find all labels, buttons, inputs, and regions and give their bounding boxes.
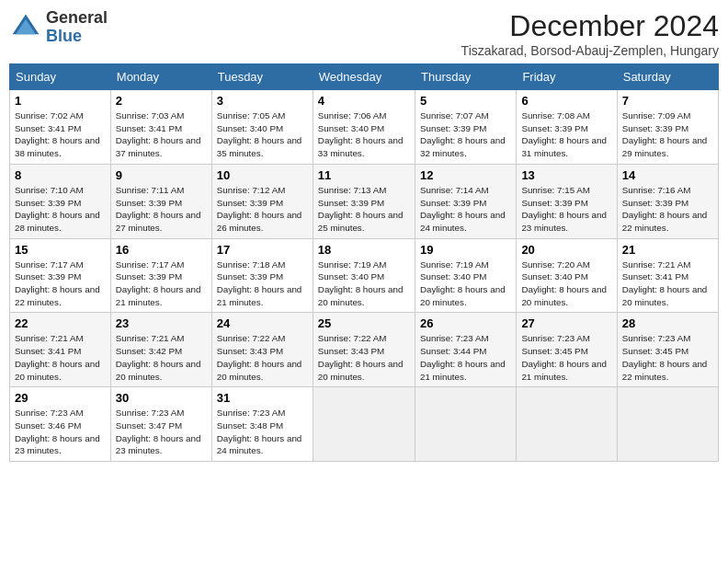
day-info: Sunrise: 7:06 AMSunset: 3:40 PMDaylight:… [318,109,410,160]
day-number: 14 [622,168,713,182]
calendar-cell: 15Sunrise: 7:17 AMSunset: 3:39 PMDayligh… [10,238,111,313]
day-info: Sunrise: 7:18 AMSunset: 3:39 PMDaylight:… [217,259,308,309]
week-row-2: 8Sunrise: 7:10 AMSunset: 3:39 PMDaylight… [10,164,719,238]
day-info: Sunrise: 7:17 AMSunset: 3:39 PMDaylight:… [116,259,207,309]
day-info: Sunrise: 7:21 AMSunset: 3:41 PMDaylight:… [15,332,106,383]
logo-icon [9,11,42,44]
day-info: Sunrise: 7:14 AMSunset: 3:39 PMDaylight:… [420,184,511,235]
day-number: 19 [420,243,511,257]
day-info: Sunrise: 7:15 AMSunset: 3:39 PMDaylight:… [521,184,611,235]
day-number: 10 [217,168,308,182]
weekday-header-wednesday: Wednesday [313,64,415,90]
day-number: 28 [622,316,713,330]
weekday-header-tuesday: Tuesday [211,64,313,90]
calendar-cell: 21Sunrise: 7:21 AMSunset: 3:41 PMDayligh… [617,238,718,313]
day-info: Sunrise: 7:19 AMSunset: 3:40 PMDaylight:… [318,259,410,309]
calendar-cell: 22Sunrise: 7:21 AMSunset: 3:41 PMDayligh… [10,313,111,387]
calendar-cell: 18Sunrise: 7:19 AMSunset: 3:40 PMDayligh… [313,238,415,313]
day-info: Sunrise: 7:22 AMSunset: 3:43 PMDaylight:… [217,332,308,383]
day-info: Sunrise: 7:12 AMSunset: 3:39 PMDaylight:… [217,184,308,235]
calendar-cell: 2Sunrise: 7:03 AMSunset: 3:41 PMDaylight… [110,90,211,165]
calendar-cell: 11Sunrise: 7:13 AMSunset: 3:39 PMDayligh… [313,164,415,238]
calendar-cell: 19Sunrise: 7:19 AMSunset: 3:40 PMDayligh… [415,238,517,313]
calendar-cell: 6Sunrise: 7:08 AMSunset: 3:39 PMDaylight… [517,90,617,165]
calendar-cell [617,387,718,462]
week-row-4: 22Sunrise: 7:21 AMSunset: 3:41 PMDayligh… [10,313,719,387]
title-section: December 2024 Tiszakarad, Borsod-Abauj-Z… [461,9,719,58]
calendar-cell: 5Sunrise: 7:07 AMSunset: 3:39 PMDaylight… [415,90,517,165]
calendar-cell: 27Sunrise: 7:23 AMSunset: 3:45 PMDayligh… [517,313,617,387]
day-number: 9 [116,168,207,182]
day-info: Sunrise: 7:05 AMSunset: 3:40 PMDaylight:… [217,109,308,160]
day-info: Sunrise: 7:21 AMSunset: 3:41 PMDaylight:… [622,259,713,309]
logo-general-text: General [46,8,108,27]
calendar-cell: 10Sunrise: 7:12 AMSunset: 3:39 PMDayligh… [211,164,313,238]
day-info: Sunrise: 7:02 AMSunset: 3:41 PMDaylight:… [15,109,106,160]
weekday-header-saturday: Saturday [617,64,718,90]
calendar-cell: 25Sunrise: 7:22 AMSunset: 3:43 PMDayligh… [313,313,415,387]
day-number: 18 [318,243,410,257]
day-number: 11 [318,168,410,182]
day-info: Sunrise: 7:10 AMSunset: 3:39 PMDaylight:… [15,184,106,235]
weekday-header-row: SundayMondayTuesdayWednesdayThursdayFrid… [10,64,719,90]
day-number: 25 [318,316,410,330]
day-number: 15 [15,243,106,257]
day-number: 26 [420,316,511,330]
day-number: 4 [318,94,410,108]
calendar-cell: 8Sunrise: 7:10 AMSunset: 3:39 PMDaylight… [10,164,111,238]
calendar-cell [313,387,415,462]
calendar-cell: 3Sunrise: 7:05 AMSunset: 3:40 PMDaylight… [211,90,313,165]
calendar-cell: 30Sunrise: 7:23 AMSunset: 3:47 PMDayligh… [110,387,211,462]
calendar-cell: 17Sunrise: 7:18 AMSunset: 3:39 PMDayligh… [211,238,313,313]
calendar-cell [415,387,517,462]
day-info: Sunrise: 7:23 AMSunset: 3:45 PMDaylight:… [622,332,713,383]
day-info: Sunrise: 7:07 AMSunset: 3:39 PMDaylight:… [420,109,511,160]
page-header: General Blue December 2024 Tiszakarad, B… [9,9,719,58]
calendar-cell: 23Sunrise: 7:21 AMSunset: 3:42 PMDayligh… [110,313,211,387]
calendar-cell: 14Sunrise: 7:16 AMSunset: 3:39 PMDayligh… [617,164,718,238]
weekday-header-sunday: Sunday [10,64,111,90]
day-info: Sunrise: 7:21 AMSunset: 3:42 PMDaylight:… [116,332,207,383]
day-info: Sunrise: 7:23 AMSunset: 3:48 PMDaylight:… [217,407,308,457]
day-number: 20 [521,243,611,257]
day-number: 1 [15,94,106,108]
day-info: Sunrise: 7:23 AMSunset: 3:44 PMDaylight:… [420,332,511,383]
day-number: 3 [217,94,308,108]
calendar-cell [517,387,617,462]
day-info: Sunrise: 7:08 AMSunset: 3:39 PMDaylight:… [521,109,611,160]
day-number: 31 [217,391,308,405]
weekday-header-friday: Friday [517,64,617,90]
day-info: Sunrise: 7:22 AMSunset: 3:43 PMDaylight:… [318,332,410,383]
day-number: 8 [15,168,106,182]
calendar-cell: 4Sunrise: 7:06 AMSunset: 3:40 PMDaylight… [313,90,415,165]
day-number: 7 [622,94,713,108]
calendar-cell: 29Sunrise: 7:23 AMSunset: 3:46 PMDayligh… [10,387,111,462]
calendar-cell: 9Sunrise: 7:11 AMSunset: 3:39 PMDaylight… [110,164,211,238]
day-info: Sunrise: 7:16 AMSunset: 3:39 PMDaylight:… [622,184,713,235]
calendar-cell: 24Sunrise: 7:22 AMSunset: 3:43 PMDayligh… [211,313,313,387]
calendar-cell: 26Sunrise: 7:23 AMSunset: 3:44 PMDayligh… [415,313,517,387]
day-number: 29 [15,391,106,405]
day-number: 2 [116,94,207,108]
logo: General Blue [9,9,108,46]
week-row-1: 1Sunrise: 7:02 AMSunset: 3:41 PMDaylight… [10,90,719,165]
calendar-cell: 7Sunrise: 7:09 AMSunset: 3:39 PMDaylight… [617,90,718,165]
day-number: 21 [622,243,713,257]
day-info: Sunrise: 7:09 AMSunset: 3:39 PMDaylight:… [622,109,713,160]
month-title: December 2024 [461,9,719,43]
day-number: 27 [521,316,611,330]
calendar-cell: 16Sunrise: 7:17 AMSunset: 3:39 PMDayligh… [110,238,211,313]
week-row-5: 29Sunrise: 7:23 AMSunset: 3:46 PMDayligh… [10,387,719,462]
day-number: 17 [217,243,308,257]
weekday-header-thursday: Thursday [415,64,517,90]
day-info: Sunrise: 7:11 AMSunset: 3:39 PMDaylight:… [116,184,207,235]
day-number: 6 [521,94,611,108]
calendar-table: SundayMondayTuesdayWednesdayThursdayFrid… [9,63,719,462]
day-info: Sunrise: 7:13 AMSunset: 3:39 PMDaylight:… [318,184,410,235]
week-row-3: 15Sunrise: 7:17 AMSunset: 3:39 PMDayligh… [10,238,719,313]
day-number: 5 [420,94,511,108]
day-number: 13 [521,168,611,182]
calendar-cell: 1Sunrise: 7:02 AMSunset: 3:41 PMDaylight… [10,90,111,165]
day-number: 16 [116,243,207,257]
logo-blue-text: Blue [46,27,82,45]
